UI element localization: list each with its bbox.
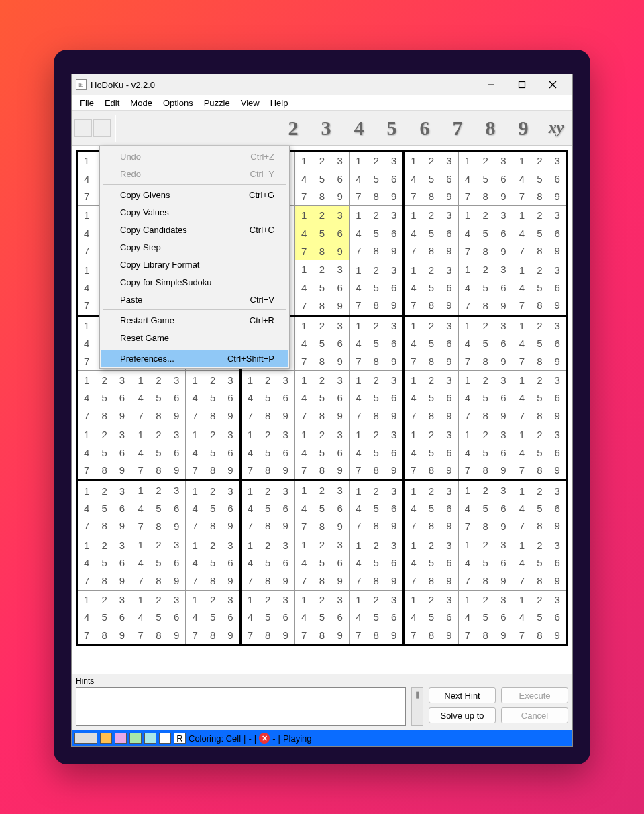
sudoku-cell[interactable]: 123456789 [295,152,349,205]
sudoku-cell[interactable]: 123456789 [186,482,239,535]
menu-file[interactable]: File [74,97,99,109]
sudoku-cell[interactable]: 123456789 [513,426,566,479]
sudoku-cell[interactable]: 123456789 [513,152,566,205]
sudoku-cell[interactable]: 123456789 [459,206,513,260]
sudoku-cell[interactable]: 123456789 [295,591,349,644]
sudoku-cell[interactable]: 123456789 [405,482,458,535]
sudoku-cell[interactable]: 123456789 [459,371,513,425]
sudoku-cell[interactable]: 123456789 [295,206,349,260]
pick-6[interactable]: 6 [411,117,438,140]
sudoku-cell[interactable]: 123456789 [78,591,131,644]
sudoku-cell[interactable]: 123456789 [459,260,513,314]
pick-9[interactable]: 9 [510,117,537,140]
hints-scrollbar[interactable]: ▮ [411,687,423,726]
sudoku-cell[interactable]: 123456789 [350,482,402,535]
sudoku-cell[interactable]: 123456789 [405,152,458,205]
menu-item-copy-givens[interactable]: Copy GivensCtrl+G [101,186,288,203]
sudoku-cell[interactable]: 123456789 [405,536,458,589]
sudoku-cell[interactable]: 123456789 [241,371,294,424]
sudoku-cell[interactable]: 123456789 [513,261,566,314]
sudoku-cell[interactable]: 123456789 [241,426,294,479]
menu-item-copy-values[interactable]: Copy Values [101,203,288,221]
sudoku-cell[interactable]: 123456789 [78,371,131,424]
menu-item-copy-for-simplesudoku[interactable]: Copy for SimpleSudoku [101,273,288,291]
sudoku-cell[interactable]: 123456789 [405,207,458,260]
menu-item-restart-game[interactable]: Restart GameCtrl+R [101,311,288,329]
sudoku-cell[interactable]: 123456789 [295,481,349,535]
sudoku-cell[interactable]: 123456789 [350,317,402,370]
pick-7[interactable]: 7 [444,117,471,140]
sudoku-cell[interactable]: 123456789 [513,371,566,424]
sudoku-cell[interactable]: 123456789 [295,425,349,479]
sudoku-cell[interactable]: 123456789 [241,536,294,589]
menu-item-copy-step[interactable]: Copy Step [101,238,288,256]
next-hint-button[interactable]: Next Hint [429,687,496,703]
status-swatch[interactable] [144,733,156,744]
sudoku-cell[interactable]: 123456789 [131,536,185,590]
sudoku-cell[interactable]: 123456789 [350,207,402,260]
pick-xy[interactable]: xy [543,119,570,137]
sudoku-cell[interactable]: 123456789 [131,591,185,644]
sudoku-cell[interactable]: 123456789 [405,317,458,370]
sudoku-cell[interactable]: 123456789 [131,371,185,425]
sudoku-cell[interactable]: 123456789 [459,481,513,535]
sudoku-cell[interactable]: 123456789 [459,591,513,644]
sudoku-cell[interactable]: 123456789 [405,371,458,424]
menu-item-preferences[interactable]: Preferences...Ctrl+Shift+P [101,350,288,367]
menu-help[interactable]: Help [265,97,294,109]
sudoku-cell[interactable]: 123456789 [459,536,513,590]
sudoku-cell[interactable]: 123456789 [350,261,402,314]
minimize-button[interactable] [476,75,506,94]
maximize-button[interactable] [506,75,537,94]
pick-2[interactable]: 2 [280,117,307,140]
error-icon[interactable]: ✕ [259,733,270,744]
cancel-button[interactable]: Cancel [501,707,568,723]
status-swatch[interactable] [100,733,112,744]
sudoku-cell[interactable]: 123456789 [350,426,402,479]
sudoku-cell[interactable]: 123456789 [186,536,239,589]
sudoku-cell[interactable]: 123456789 [405,261,458,314]
sudoku-cell[interactable]: 123456789 [513,591,566,644]
menu-puzzle[interactable]: Puzzle [199,97,235,109]
sudoku-cell[interactable]: 123456789 [350,371,402,424]
sudoku-cell[interactable]: 123456789 [295,317,349,370]
menu-item-reset-game[interactable]: Reset Game [101,329,288,346]
status-r-box[interactable]: R [174,733,186,744]
sudoku-cell[interactable]: 123456789 [295,536,349,590]
menu-item-paste[interactable]: PasteCtrl+V [101,291,288,308]
sudoku-cell[interactable]: 123456789 [131,425,185,479]
menu-item-copy-library-format[interactable]: Copy Library Format [101,256,288,273]
sudoku-cell[interactable]: 123456789 [186,371,239,424]
menu-view[interactable]: View [235,97,265,109]
sudoku-cell[interactable]: 123456789 [241,591,294,644]
sudoku-cell[interactable]: 123456789 [295,260,349,314]
menu-options[interactable]: Options [158,97,199,109]
status-swatch[interactable] [159,733,171,744]
hints-textarea[interactable] [76,687,406,726]
menu-item-undo[interactable]: UndoCtrl+Z [101,148,288,165]
pick-5[interactable]: 5 [378,117,405,140]
sudoku-cell[interactable]: 123456789 [350,536,402,589]
sudoku-cell[interactable]: 123456789 [405,426,458,479]
menu-mode[interactable]: Mode [125,97,158,109]
sudoku-cell[interactable]: 123456789 [186,426,239,479]
pick-8[interactable]: 8 [477,117,504,140]
execute-button[interactable]: Execute [501,687,568,703]
close-button[interactable] [537,75,568,94]
sudoku-cell[interactable]: 123456789 [459,152,513,205]
menu-item-redo[interactable]: RedoCtrl+Y [101,165,288,183]
sudoku-cell[interactable]: 123456789 [459,317,513,370]
sudoku-cell[interactable]: 123456789 [513,536,566,589]
sudoku-cell[interactable]: 123456789 [513,317,566,370]
status-swatch[interactable] [115,733,127,744]
status-swatch[interactable] [129,733,142,744]
toolbar-button-1[interactable] [74,119,92,137]
sudoku-cell[interactable]: 123456789 [350,152,402,205]
sudoku-cell[interactable]: 123456789 [78,536,131,589]
solve-up-to-button[interactable]: Solve up to [429,707,496,723]
pick-3[interactable]: 3 [313,117,339,140]
menu-item-copy-candidates[interactable]: Copy CandidatesCtrl+C [101,221,288,238]
sudoku-cell[interactable]: 123456789 [131,481,185,535]
sudoku-cell[interactable]: 123456789 [295,371,349,425]
status-swatch[interactable] [74,733,97,744]
